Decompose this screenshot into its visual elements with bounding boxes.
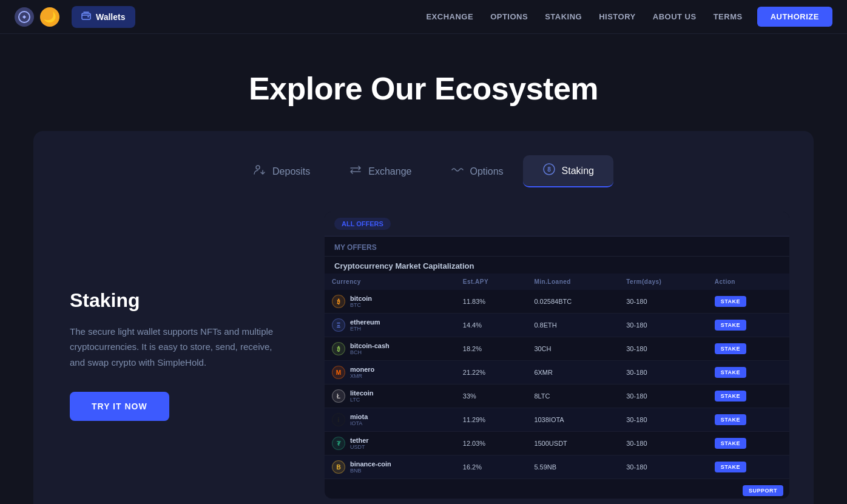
ecosystem-card: Deposits Exchange Options 8 [33,131,814,504]
apy-cell-3: 21.22% [456,361,527,385]
term-cell-1: 30-180 [619,314,707,337]
stake-button-2[interactable]: STAKE [715,343,746,354]
table-title: Cryptocurrency Market Capitalization [334,261,474,270]
apy-cell-5: 11.29% [456,408,527,432]
nav-exchange[interactable]: EXCHANGE [426,12,473,21]
term-cell-7: 30-180 [619,455,707,479]
tab-options-label: Options [470,166,503,177]
table-subtitle: MY OFFERS [334,243,377,252]
hero-section: Explore Our Ecosystem [0,34,847,131]
tab-options[interactable]: Options [431,156,522,187]
wallet-icon [81,11,91,23]
term-cell-6: 30-180 [619,432,707,455]
coin-cell-5: i miota IOTA [325,408,456,432]
col-currency: Currency [325,274,456,290]
nav-staking[interactable]: STAKING [545,12,582,21]
navbar: 🌙 Wallets EXCHANGE OPTIONS STAKING HISTO… [0,0,847,34]
table-row: ₿ bitcoin BTC 11.83% 0.02584BTC 30-180 S… [325,290,789,314]
col-action: Action [707,274,789,290]
crypto-table: Currency Est.APY Min.Loaned Term(days) A… [325,274,789,479]
tab-staking-label: Staking [562,166,594,176]
nav-terms[interactable]: TERMS [714,12,743,21]
coin-cell-4: Ł litecoin LTC [325,385,456,408]
action-cell-4: STAKE [707,385,789,408]
col-min: Min.Loaned [527,274,619,290]
table-header-bar: ALL OFFERS [325,212,789,237]
action-cell-5: STAKE [707,408,789,432]
stake-button-6[interactable]: STAKE [715,438,746,449]
support-badge-row: SUPPORT [325,484,789,499]
nav-history[interactable]: HISTORY [599,12,636,21]
action-cell-6: STAKE [707,432,789,455]
logo-group: 🌙 Wallets [15,6,135,28]
action-cell-0: STAKE [707,290,789,314]
nav-about[interactable]: ABOUT US [653,12,697,21]
stake-button-1[interactable]: STAKE [715,320,746,331]
min-cell-6: 1500USDT [527,432,619,455]
deposits-icon [253,163,266,180]
svg-rect-2 [87,16,89,17]
coin-cell-6: ₮ tether USDT [325,432,456,455]
tab-bar: Deposits Exchange Options 8 [58,155,789,187]
action-cell-1: STAKE [707,314,789,337]
stake-button-7[interactable]: STAKE [715,462,746,472]
wallets-button[interactable]: Wallets [72,6,135,28]
term-cell-4: 30-180 [619,385,707,408]
coin-cell-2: ₿ bitcoin-cash BCH [325,337,456,361]
support-tag[interactable]: SUPPORT [743,485,783,496]
term-cell-3: 30-180 [619,361,707,385]
logo-icon [15,7,34,27]
tab-deposits[interactable]: Deposits [234,156,329,187]
moon-icon: 🌙 [40,7,59,27]
exchange-icon [349,163,362,180]
table-row: M monero XMR 21.22% 6XMR 30-180 STAKE [325,361,789,385]
table-row: Ł litecoin LTC 33% 8LTC 30-180 STAKE [325,385,789,408]
min-cell-7: 5.59NB [527,455,619,479]
col-term: Term(days) [619,274,707,290]
table-row: ₮ tether USDT 12.03% 1500USDT 30-180 STA… [325,432,789,455]
stake-button-4[interactable]: STAKE [715,391,746,402]
tab-deposits-label: Deposits [272,166,310,177]
authorize-button[interactable]: AUTHORIZE [757,7,832,27]
tab-staking[interactable]: 8 Staking [523,155,613,187]
apy-cell-1: 14.4% [456,314,527,337]
min-cell-1: 0.8ETH [527,314,619,337]
svg-text:8: 8 [547,166,551,173]
nav-links: EXCHANGE OPTIONS STAKING HISTORY ABOUT U… [426,12,742,21]
term-cell-2: 30-180 [619,337,707,361]
all-offers-tab[interactable]: ALL OFFERS [334,218,391,230]
coin-cell-0: ₿ bitcoin BTC [325,290,456,314]
try-it-now-button[interactable]: TRY IT NOW [70,392,169,421]
table-row: Ξ ethereum ETH 14.4% 0.8ETH 30-180 STAKE [325,314,789,337]
stake-button-5[interactable]: STAKE [715,414,746,425]
apy-cell-4: 33% [456,385,527,408]
action-cell-7: STAKE [707,455,789,479]
action-cell-3: STAKE [707,361,789,385]
coin-cell-7: B binance-coin BNB [325,455,456,479]
staking-title: Staking [70,289,288,312]
svg-rect-1 [82,13,90,19]
coin-cell-3: M monero XMR [325,361,456,385]
nav-options[interactable]: OPTIONS [490,12,528,21]
tab-exchange-label: Exchange [368,166,411,177]
staking-table-mockup: ALL OFFERS MY OFFERS Cryptocurrency Mark… [325,212,789,499]
table-row: i miota IOTA 11.29% 1038IOTA 30-180 STAK… [325,408,789,432]
tab-exchange[interactable]: Exchange [329,156,431,187]
apy-cell-0: 11.83% [456,290,527,314]
term-cell-5: 30-180 [619,408,707,432]
stake-button-0[interactable]: STAKE [715,296,746,307]
wallets-label: Wallets [96,12,126,22]
svg-point-3 [256,166,260,169]
min-cell-0: 0.02584BTC [527,290,619,314]
min-cell-2: 30CH [527,337,619,361]
col-apy: Est.APY [456,274,527,290]
table-header-row: Currency Est.APY Min.Loaned Term(days) A… [325,274,789,290]
staking-text-section: Staking The secure light wallet supports… [58,289,288,422]
hero-title: Explore Our Ecosystem [0,70,847,107]
stake-button-3[interactable]: STAKE [715,367,746,378]
min-cell-3: 6XMR [527,361,619,385]
term-cell-0: 30-180 [619,290,707,314]
table-title-row: MY OFFERS [325,237,789,257]
apy-cell-2: 18.2% [456,337,527,361]
table-row: B binance-coin BNB 16.2% 5.59NB 30-180 S… [325,455,789,479]
